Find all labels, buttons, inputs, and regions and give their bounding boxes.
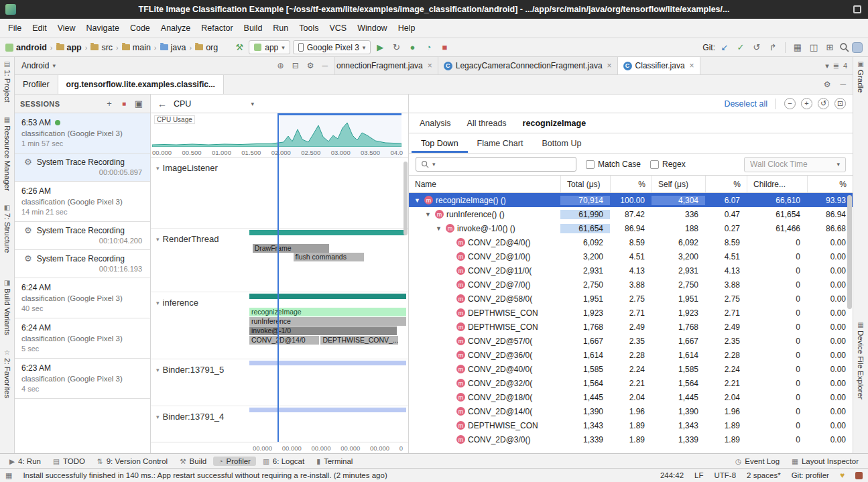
avatar[interactable] <box>852 42 863 53</box>
thread-track[interactable] <box>249 406 406 442</box>
thread-track[interactable]: DrawFrame flush commands <box>249 229 406 292</box>
toolwindow-button[interactable]: ◔ Profiler <box>213 457 256 466</box>
reset-zoom-button[interactable]: ↺ <box>818 98 829 109</box>
thread-lane-inference[interactable]: ▾inference recognizeImage runInference i… <box>151 292 408 359</box>
locate-file-icon[interactable]: ⊕ <box>277 61 284 70</box>
sidebar-item-device-file-explorer[interactable]: ▦ Device File Explorer <box>857 321 865 400</box>
menu-item[interactable]: Tools <box>294 19 324 38</box>
gear-icon[interactable]: ⚙ <box>824 80 831 89</box>
expand-panel-icon[interactable]: ▣ <box>133 99 145 109</box>
thread-lane-imagelistener[interactable]: ▾ImageListener <box>151 158 408 229</box>
table-row[interactable]: ▼ m CONV_2D@3/0() 1,339 1.89 1,339 1.89 … <box>409 432 853 446</box>
table-row[interactable]: ▼ m CONV_2D@11/0( 2,931 4.13 2,931 4.13 … <box>409 263 853 278</box>
toolwindow-button[interactable]: ▥ 6: Logcat <box>257 457 310 466</box>
menu-item[interactable]: Edit <box>27 19 52 38</box>
trace-span[interactable]: flush commands <box>294 253 364 261</box>
sidebar-item-project[interactable]: ▤ 1: Project <box>3 60 11 103</box>
cpu-usage-chart[interactable]: CPU Usage 00.00000.50001.00001.50002.000… <box>151 113 408 158</box>
heart-icon[interactable]: ♥ <box>840 471 845 480</box>
column-header-total-pct[interactable]: % <box>610 176 652 192</box>
sidebar-item-resource-manager[interactable]: ▦ Resource Manager <box>3 116 11 191</box>
trace-span-conv[interactable]: CONV_2D@14/0 <box>249 336 319 345</box>
column-header-self[interactable]: Self (μs) <box>652 176 705 192</box>
add-panel-icon[interactable]: ⊞ <box>823 42 836 52</box>
metric-selector[interactable]: CPU ▾ <box>174 99 254 109</box>
gear-icon[interactable]: ⚙ <box>307 61 314 70</box>
collapse-all-icon[interactable]: ⊟ <box>292 61 299 70</box>
hidden-tabs-icon[interactable]: ≣ <box>833 62 839 70</box>
sidebar-item-gradle[interactable]: ▣ Gradle <box>857 60 865 93</box>
sidebar-item-favorites[interactable]: ☆ 2: Favorites <box>3 349 11 398</box>
editor-tab[interactable]: C LegacyCameraConnectionFragment.java × <box>438 57 618 74</box>
table-row[interactable]: ▼ m CONV_2D@7/0() 2,750 3.88 2,750 3.88 … <box>409 278 853 292</box>
selection-region[interactable] <box>278 113 401 158</box>
regex-checkbox[interactable]: Regex <box>650 160 686 169</box>
table-row[interactable]: ▼ m DEPTHWISE_CON 1,343 1.89 1,343 1.89 … <box>409 418 853 432</box>
table-row[interactable]: ▼ m DEPTHWISE_CON 1,923 2.71 1,923 2.71 … <box>409 306 853 320</box>
stop-button[interactable]: ■ <box>438 42 451 52</box>
menu-item[interactable]: Run <box>267 19 294 38</box>
expand-arrow-icon[interactable]: ▼ <box>425 211 432 218</box>
hide-panel-icon[interactable]: ─ <box>322 61 328 70</box>
trace-span-recognizeimage[interactable]: recognizeImage <box>249 308 406 316</box>
git-commit-icon[interactable]: ✓ <box>734 42 747 52</box>
table-row[interactable]: ▼ m CONV_2D@58/0( 1,951 2.75 1,951 2.75 … <box>409 292 853 306</box>
table-row[interactable]: ▼ m CONV_2D@4/0() 6,092 8.59 6,092 8.59 … <box>409 235 853 249</box>
breadcrumb-app[interactable]: app <box>56 43 82 52</box>
debug-icon[interactable]: ● <box>406 42 419 52</box>
table-row[interactable]: ▼ m recognizeImage() () 70,914 100.00 4,… <box>409 193 853 207</box>
zoom-out-button[interactable]: − <box>784 98 796 109</box>
tab-flame-chart[interactable]: Flame Chart <box>468 133 533 153</box>
breadcrumb-java[interactable]: java <box>160 43 186 52</box>
split-view-icon[interactable]: ◫ <box>807 42 820 52</box>
expand-arrow-icon[interactable]: ▼ <box>436 225 443 232</box>
profile-icon[interactable]: ◔ <box>422 42 435 52</box>
timeline-scrollbar[interactable] <box>404 162 408 235</box>
breadcrumb-src[interactable]: src <box>90 43 113 52</box>
thread-lane-binder5[interactable]: ▾Binder:13791_5 <box>151 359 408 406</box>
breadcrumb-main[interactable]: main <box>122 43 151 52</box>
thread-state-bar[interactable] <box>249 361 406 365</box>
table-row[interactable]: ▼ m CONV_2D@1/0() 3,200 4.51 3,200 4.51 … <box>409 249 853 263</box>
table-row[interactable]: ▼ m CONV_2D@36/0( 1,614 2.28 1,614 2.28 … <box>409 348 853 362</box>
table-row[interactable]: ▼ m CONV_2D@18/0( 1,445 2.04 1,445 2.04 … <box>409 390 853 404</box>
thread-track[interactable] <box>249 359 406 406</box>
table-row[interactable]: ▼ m CONV_2D@40/0( 1,585 2.24 1,585 2.24 … <box>409 362 853 376</box>
table-scrollbar[interactable] <box>847 195 852 309</box>
git-branch[interactable]: Git: profiler <box>792 471 829 479</box>
close-icon[interactable]: × <box>690 61 694 70</box>
toolwindow-button[interactable]: ▤ TODO <box>48 457 90 466</box>
add-session-icon[interactable]: + <box>103 99 115 109</box>
deselect-all-link[interactable]: Deselect all <box>724 99 767 109</box>
trace-span[interactable]: DrawFrame <box>253 244 330 253</box>
breadcrumb-android[interactable]: android <box>16 43 47 52</box>
back-icon[interactable]: ← <box>158 99 167 109</box>
recording-item[interactable]: ⚙ System Trace Recording 00:10:04.200 <box>15 222 150 250</box>
session-item[interactable]: 6:26 AM classification (Google Pixel 3) … <box>15 182 150 222</box>
menu-item[interactable]: Analyze <box>156 19 196 38</box>
editor-tab-active[interactable]: C Classifier.java × <box>618 57 700 74</box>
caret-position[interactable]: 244:42 <box>660 471 684 479</box>
session-item[interactable]: 6:53 AM classification (Google Pixel 3) … <box>15 113 150 154</box>
thread-lane-binder4[interactable]: ▾Binder:13791_4 <box>151 406 408 442</box>
toolwindow-toggle-icon[interactable]: ▦ <box>5 471 12 480</box>
thread-track[interactable]: recognizeImage runInference invoke@-1/0 … <box>249 292 406 359</box>
table-row[interactable]: ▼ m DEPTHWISE_CON 1,768 2.49 1,768 2.49 … <box>409 320 853 334</box>
line-separator[interactable]: LF <box>694 471 703 479</box>
search-icon[interactable] <box>839 42 849 52</box>
search-box[interactable]: ▾ <box>416 157 576 172</box>
session-item[interactable]: 6:23 AM classification (Google Pixel 3) … <box>15 359 150 399</box>
clock-mode-selector[interactable]: Wall Clock Time ▾ <box>744 157 846 172</box>
trace-span-invoke[interactable]: invoke@-1/0 <box>249 326 397 335</box>
close-icon[interactable]: × <box>428 61 432 70</box>
toolwindow-button[interactable]: ▦ Layout Inspector <box>786 457 864 466</box>
file-encoding[interactable]: UTF-8 <box>715 471 737 479</box>
table-row[interactable]: ▼ m CONV_2D@14/0( 1,390 1.96 1,390 1.96 … <box>409 404 853 418</box>
tab-recognizeimage[interactable]: recognizeImage <box>515 113 594 133</box>
menu-item[interactable]: Navigate <box>81 19 125 38</box>
thread-track[interactable] <box>249 158 406 228</box>
match-case-checkbox[interactable]: Match Case <box>586 160 641 169</box>
run-config-selector[interactable]: app ▾ <box>249 40 290 54</box>
recording-item[interactable]: ⚙ System Trace Recording 00:00:05.897 <box>15 154 150 182</box>
toolwindow-button[interactable]: ⚒ Build <box>174 457 212 466</box>
